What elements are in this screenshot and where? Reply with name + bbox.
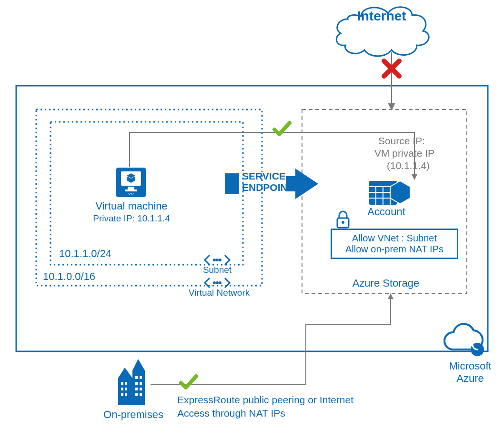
svg-point-17 (213, 259, 216, 261)
subnet-cidr: 10.1.1.0/24 (59, 248, 111, 260)
onprem-route-2: Access through NAT IPs (177, 408, 285, 419)
storage-account-label: Account (355, 206, 417, 218)
svg-point-22 (219, 281, 222, 284)
svg-point-35 (342, 221, 344, 224)
svg-rect-54 (140, 393, 142, 396)
azure-label-1: Microsoft (444, 360, 496, 372)
source-ip-line2: VM private IP (374, 148, 434, 159)
vnet-badge: Virtual Network (181, 288, 257, 298)
svg-rect-2 (50, 122, 243, 265)
svg-rect-53 (135, 393, 138, 396)
svg-rect-50 (140, 382, 142, 385)
vm-private-ip: Private IP: 10.1.1.4 (79, 213, 184, 224)
vnet-cidr: 10.1.0.0/16 (43, 270, 95, 283)
onprem-route-1: ExpressRoute public peering or Internet (177, 394, 353, 406)
azure-storage-title: Azure Storage (333, 277, 438, 289)
svg-rect-45 (121, 393, 123, 396)
azure-label-2: Azure (444, 372, 496, 385)
subnet-badge: Subnet (195, 265, 239, 275)
svg-rect-41 (121, 382, 123, 385)
source-ip-line3: (10.1.1.4) (387, 160, 430, 171)
diagram-canvas: VM (0, 0, 504, 439)
svg-point-20 (213, 281, 216, 284)
svg-rect-38 (132, 370, 145, 405)
storage-rule-1: Allow VNet : Subnet (337, 233, 452, 244)
svg-point-18 (216, 259, 219, 261)
svg-rect-23 (225, 173, 239, 194)
svg-rect-49 (135, 382, 138, 385)
service-endpoint-label-1: SERVICE (242, 170, 286, 182)
service-endpoint-label-2: ENDPOINT (242, 182, 294, 193)
storage-rules-box: Allow VNet : Subnet Allow on-prem NAT IP… (331, 229, 458, 259)
svg-rect-43 (121, 388, 123, 390)
svg-marker-39 (132, 359, 145, 370)
svg-rect-51 (135, 388, 138, 390)
svg-rect-11 (128, 187, 134, 190)
svg-point-19 (219, 259, 222, 261)
svg-rect-12 (125, 190, 137, 191)
svg-rect-46 (125, 393, 127, 396)
svg-marker-5 (389, 104, 394, 110)
vm-title: Virtual machine (79, 200, 184, 212)
svg-text:VM: VM (128, 192, 134, 196)
svg-rect-47 (135, 376, 138, 379)
svg-rect-48 (140, 376, 142, 379)
svg-marker-36 (388, 293, 393, 299)
svg-marker-8 (412, 174, 417, 180)
svg-marker-40 (118, 368, 132, 378)
svg-point-21 (216, 281, 219, 284)
storage-rule-2: Allow on-prem NAT IPs (337, 244, 452, 255)
svg-rect-44 (125, 388, 127, 390)
svg-rect-52 (140, 388, 142, 390)
internet-label: Internet (357, 9, 406, 24)
source-ip-line1: Source IP: (378, 135, 425, 147)
svg-rect-42 (125, 382, 127, 385)
onprem-label: On-premises (100, 409, 167, 421)
